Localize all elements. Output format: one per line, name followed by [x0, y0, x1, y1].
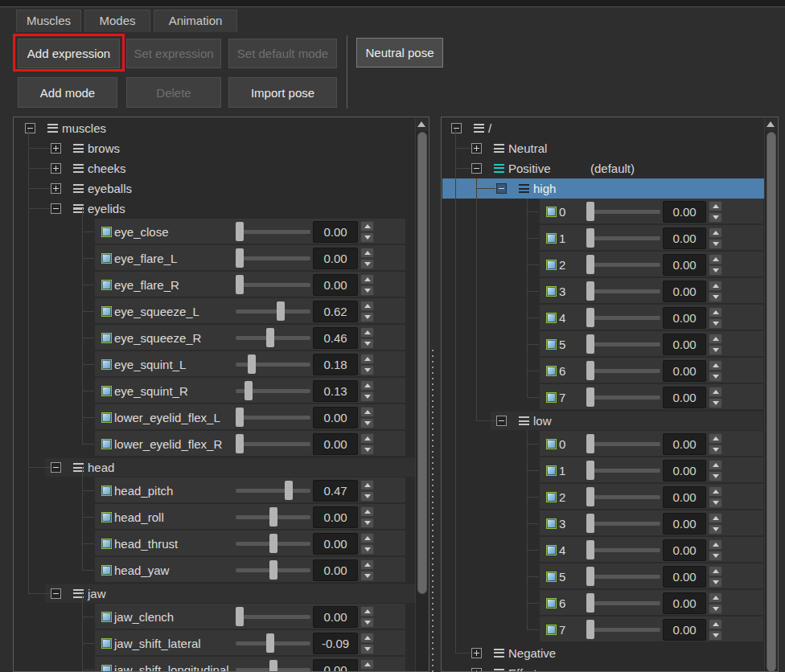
- channel-checkbox[interactable]: [101, 539, 112, 549]
- slider-handle[interactable]: [236, 275, 244, 294]
- spin-down-button[interactable]: [360, 338, 374, 349]
- value-field[interactable]: 0.00: [663, 619, 706, 641]
- expand-toggle[interactable]: [51, 143, 61, 154]
- channel-checkbox[interactable]: [546, 339, 557, 350]
- tree-group-root[interactable]: /: [442, 118, 765, 138]
- tree-group-muscles[interactable]: muscles: [14, 118, 417, 138]
- value-field[interactable]: 0.00: [313, 559, 358, 581]
- spin-down-button[interactable]: [709, 292, 722, 302]
- bars-icon[interactable]: [519, 184, 529, 193]
- bars-icon[interactable]: [494, 144, 504, 153]
- tree-item-head-thrust[interactable]: head_thrust0.00: [14, 531, 417, 557]
- slider-track[interactable]: [586, 495, 660, 499]
- slider-handle[interactable]: [586, 514, 594, 533]
- slider-handle[interactable]: [277, 301, 285, 321]
- spin-up-button[interactable]: [360, 248, 374, 258]
- tree-item-2[interactable]: 20.00: [442, 252, 765, 278]
- spin-up-button[interactable]: [360, 480, 374, 490]
- value-field[interactable]: 0.00: [663, 360, 706, 382]
- spin-up-button[interactable]: [709, 387, 722, 397]
- tree-group-head[interactable]: head: [14, 457, 417, 477]
- bars-icon[interactable]: [73, 144, 84, 153]
- spin-up-button[interactable]: [360, 533, 374, 543]
- slider-handle[interactable]: [586, 487, 594, 506]
- tree-item-5[interactable]: 50.00: [442, 331, 765, 358]
- spin-down-button[interactable]: [360, 259, 374, 269]
- channel-checkbox[interactable]: [546, 492, 557, 502]
- slider-track[interactable]: [586, 342, 660, 346]
- tree-item-lower-eyelid-flex-l[interactable]: lower_eyelid_flex_L0.00: [14, 404, 417, 431]
- value-field[interactable]: 0.00: [313, 533, 358, 555]
- spin-up-button[interactable]: [709, 592, 722, 603]
- tree-item-0[interactable]: 00.00: [442, 431, 765, 457]
- spin-down-button[interactable]: [360, 544, 374, 555]
- spin-down-button[interactable]: [709, 398, 722, 408]
- slider-handle[interactable]: [586, 281, 594, 301]
- value-field[interactable]: 0.00: [663, 227, 706, 249]
- slider-track[interactable]: [586, 601, 660, 605]
- channel-checkbox[interactable]: [101, 386, 112, 396]
- tree-item-jaw-clench[interactable]: jaw_clench0.00: [14, 604, 417, 630]
- collapse-toggle[interactable]: [51, 462, 61, 473]
- value-field[interactable]: 0.00: [663, 307, 706, 329]
- tree-item-6[interactable]: 60.00: [442, 358, 765, 384]
- spin-down-button[interactable]: [709, 239, 722, 249]
- channel-checkbox[interactable]: [546, 598, 557, 608]
- value-field[interactable]: 0.00: [313, 506, 358, 528]
- spin-up-button[interactable]: [709, 619, 722, 629]
- spin-up-button[interactable]: [709, 566, 722, 576]
- tree-item-4[interactable]: 40.00: [442, 537, 765, 563]
- slider-track[interactable]: [586, 210, 660, 214]
- channel-checkbox[interactable]: [546, 313, 557, 323]
- value-field[interactable]: 0.18: [313, 354, 358, 375]
- tab-animation[interactable]: Animation: [154, 10, 237, 32]
- slider-handle[interactable]: [586, 461, 594, 480]
- slider-handle[interactable]: [269, 534, 277, 553]
- tree-item-1[interactable]: 10.00: [442, 225, 765, 252]
- bars-icon[interactable]: [73, 164, 84, 173]
- value-field[interactable]: 0.46: [313, 327, 358, 349]
- value-field[interactable]: 0.00: [313, 274, 358, 296]
- channel-checkbox[interactable]: [101, 565, 112, 576]
- channel-checkbox[interactable]: [101, 512, 112, 522]
- import-pose-button[interactable]: Import pose: [228, 77, 337, 108]
- channel-checkbox[interactable]: [546, 392, 557, 403]
- slider-handle[interactable]: [236, 408, 244, 427]
- value-field[interactable]: 0.00: [663, 539, 706, 561]
- bars-icon[interactable]: [519, 416, 529, 425]
- spin-down-button[interactable]: [360, 571, 374, 581]
- slider-handle[interactable]: [236, 607, 244, 626]
- tree-item-eye-close[interactable]: eye_close0.00: [14, 219, 417, 245]
- channel-checkbox[interactable]: [546, 518, 557, 529]
- collapse-toggle[interactable]: [51, 588, 61, 599]
- spin-down-button[interactable]: [360, 617, 374, 628]
- value-field[interactable]: 0.47: [313, 480, 358, 502]
- spin-up-button[interactable]: [360, 301, 374, 311]
- spin-down-button[interactable]: [709, 265, 722, 276]
- tree-group-eyelids[interactable]: eyelids: [14, 199, 417, 219]
- slider-track[interactable]: [586, 316, 660, 320]
- spin-up-button[interactable]: [709, 360, 722, 371]
- spin-down-button[interactable]: [360, 491, 374, 502]
- tree-group-effort[interactable]: Effort: [442, 663, 765, 672]
- slider-handle[interactable]: [586, 387, 594, 407]
- value-field[interactable]: 0.00: [663, 566, 706, 588]
- value-field[interactable]: 0.00: [313, 606, 358, 628]
- tree-item-3[interactable]: 30.00: [442, 510, 765, 537]
- value-field[interactable]: 0.00: [663, 460, 706, 481]
- tree-item-lower-eyelid-flex-r[interactable]: lower_eyelid_flex_R0.00: [14, 431, 417, 457]
- slider-track[interactable]: [236, 489, 310, 493]
- tree-group-jaw[interactable]: jaw: [14, 584, 417, 604]
- tree-group-negative[interactable]: Negative: [442, 643, 765, 663]
- collapse-toggle[interactable]: [471, 163, 482, 174]
- spin-down-button[interactable]: [709, 212, 722, 223]
- slider-track[interactable]: [586, 469, 660, 473]
- spin-up-button[interactable]: [360, 506, 374, 517]
- value-field[interactable]: 0.00: [313, 659, 358, 672]
- value-field[interactable]: 0.00: [313, 248, 358, 269]
- spin-down-button[interactable]: [709, 524, 722, 535]
- channel-checkbox[interactable]: [101, 412, 112, 423]
- slider-handle[interactable]: [269, 507, 277, 527]
- value-field[interactable]: 0.00: [313, 407, 358, 428]
- slider-handle[interactable]: [586, 434, 594, 453]
